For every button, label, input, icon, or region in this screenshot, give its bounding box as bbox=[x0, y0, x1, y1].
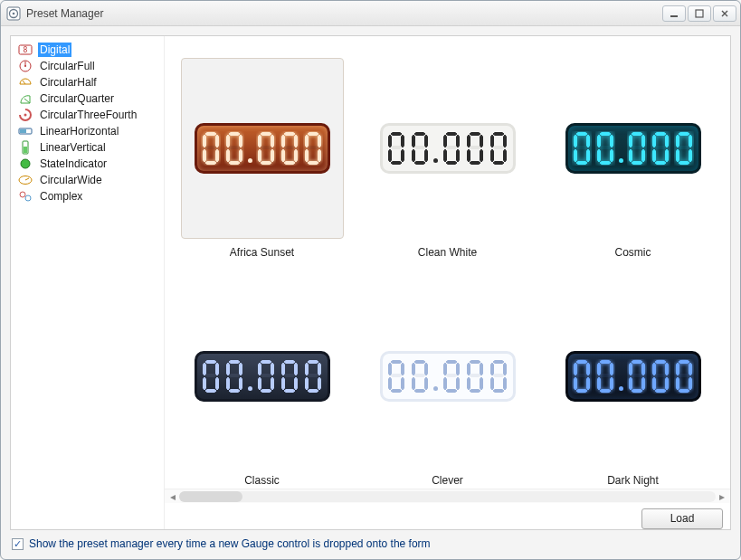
svg-marker-111 bbox=[655, 162, 666, 165]
sidebar-item-circularfull[interactable]: CircularFull bbox=[14, 58, 160, 74]
scroll-track[interactable] bbox=[179, 491, 716, 502]
svg-marker-37 bbox=[271, 135, 274, 147]
svg-marker-58 bbox=[402, 135, 404, 147]
preset-cell[interactable]: Classic bbox=[174, 286, 350, 487]
svg-marker-211 bbox=[630, 377, 632, 390]
preset-cell[interactable]: Dark Night bbox=[545, 286, 721, 487]
sidebar-item-circularhalf[interactable]: CircularHalf bbox=[14, 74, 160, 90]
preset-caption: Classic bbox=[244, 474, 280, 487]
svg-marker-104 bbox=[632, 162, 642, 165]
digital-gauge-preview bbox=[380, 123, 516, 174]
main-pane: 8DigitalCircularFullCircularHalfCircular… bbox=[10, 35, 731, 530]
svg-text:8: 8 bbox=[24, 46, 28, 54]
svg-marker-22 bbox=[204, 149, 206, 162]
scroll-left-icon[interactable]: ◂ bbox=[166, 490, 179, 503]
svg-marker-161 bbox=[389, 363, 392, 375]
sidebar-item-linearvertical[interactable]: LinearVertical bbox=[14, 139, 160, 156]
svg-marker-183 bbox=[468, 377, 470, 390]
svg-marker-50 bbox=[306, 149, 309, 162]
svg-marker-227 bbox=[689, 377, 692, 390]
svg-marker-158 bbox=[391, 375, 402, 377]
svg-marker-25 bbox=[229, 147, 240, 149]
preset-cell[interactable]: Cosmic bbox=[545, 58, 721, 259]
scroll-right-icon[interactable]: ▸ bbox=[716, 490, 728, 503]
preset-thumb[interactable] bbox=[366, 58, 529, 239]
preset-thumb[interactable] bbox=[552, 286, 715, 467]
svg-marker-159 bbox=[391, 361, 402, 364]
svg-marker-153 bbox=[308, 390, 318, 393]
svg-marker-180 bbox=[470, 361, 480, 364]
circ-quarter-icon bbox=[18, 91, 33, 106]
svg-marker-74 bbox=[470, 147, 480, 149]
svg-marker-129 bbox=[216, 377, 219, 390]
preset-thumb[interactable] bbox=[552, 58, 715, 239]
complex-icon bbox=[18, 189, 33, 204]
load-button[interactable]: Load bbox=[641, 508, 723, 529]
svg-marker-100 bbox=[611, 135, 613, 147]
decimal-dot bbox=[619, 158, 623, 163]
preset-thumb[interactable] bbox=[181, 286, 344, 467]
svg-marker-191 bbox=[504, 363, 507, 375]
preset-thumb[interactable] bbox=[366, 286, 529, 467]
digit-zero bbox=[303, 131, 323, 166]
svg-marker-112 bbox=[653, 135, 656, 147]
digit-zero bbox=[674, 131, 694, 166]
sidebar-item-circularthreefourth[interactable]: CircularThreeFourth bbox=[14, 107, 160, 123]
preset-thumb[interactable] bbox=[181, 58, 344, 239]
gallery-hscrollbar[interactable]: ◂ ▸ bbox=[165, 489, 730, 503]
svg-marker-141 bbox=[259, 377, 261, 390]
minimize-button[interactable] bbox=[662, 5, 686, 22]
svg-marker-63 bbox=[413, 135, 415, 147]
decimal-dot bbox=[248, 158, 252, 163]
client-area: 8DigitalCircularFullCircularHalfCircular… bbox=[1, 26, 740, 559]
sidebar-item-stateindicator[interactable]: StateIndicator bbox=[14, 156, 160, 172]
svg-marker-110 bbox=[655, 133, 666, 136]
maximize-button[interactable] bbox=[688, 5, 711, 22]
sidebar-item-label: LinearHorizontal bbox=[38, 124, 120, 138]
svg-marker-204 bbox=[598, 377, 601, 390]
svg-marker-36 bbox=[259, 149, 261, 162]
button-row: Load bbox=[165, 503, 730, 529]
sidebar-item-label: LinearVertical bbox=[38, 140, 108, 155]
preset-cell[interactable]: Clean White bbox=[359, 58, 536, 259]
svg-marker-49 bbox=[306, 135, 309, 147]
svg-marker-198 bbox=[587, 363, 590, 375]
digit-zero bbox=[410, 359, 430, 394]
digit-zero bbox=[595, 131, 615, 166]
svg-marker-155 bbox=[306, 377, 309, 390]
digit-zero bbox=[256, 359, 276, 394]
preset-cell[interactable]: Africa Sunset bbox=[174, 58, 350, 259]
svg-marker-94 bbox=[587, 149, 590, 162]
sidebar-item-label: CircularQuarter bbox=[38, 91, 116, 106]
svg-marker-214 bbox=[655, 375, 666, 377]
close-button[interactable] bbox=[713, 5, 736, 22]
svg-marker-122 bbox=[689, 149, 692, 162]
svg-marker-221 bbox=[679, 375, 689, 377]
sidebar-item-complex[interactable]: Complex bbox=[14, 188, 160, 204]
scroll-thumb[interactable] bbox=[179, 491, 242, 502]
svg-marker-139 bbox=[261, 390, 271, 393]
svg-marker-196 bbox=[575, 363, 577, 375]
category-sidebar: 8DigitalCircularFullCircularHalfCircular… bbox=[11, 36, 165, 529]
svg-marker-193 bbox=[576, 375, 587, 377]
svg-marker-166 bbox=[414, 361, 425, 364]
svg-marker-188 bbox=[493, 390, 504, 393]
sidebar-item-circularwide[interactable]: CircularWide bbox=[14, 172, 160, 188]
svg-marker-215 bbox=[655, 361, 666, 364]
sidebar-item-linearhorizontal[interactable]: LinearHorizontal bbox=[14, 123, 160, 139]
svg-marker-118 bbox=[679, 162, 689, 165]
svg-marker-20 bbox=[205, 162, 216, 165]
svg-marker-99 bbox=[598, 149, 601, 162]
svg-marker-35 bbox=[259, 135, 261, 147]
svg-marker-124 bbox=[205, 361, 216, 364]
sidebar-item-digital[interactable]: 8Digital bbox=[14, 42, 160, 58]
digit-zero bbox=[465, 131, 485, 166]
sidebar-item-circularquarter[interactable]: CircularQuarter bbox=[14, 90, 160, 107]
svg-marker-152 bbox=[308, 361, 318, 364]
digital-gauge-preview bbox=[195, 123, 330, 174]
svg-marker-216 bbox=[655, 390, 666, 393]
show-on-drop-checkbox[interactable] bbox=[12, 538, 24, 550]
preset-cell[interactable]: Clever bbox=[359, 286, 536, 487]
circ-wide-icon bbox=[18, 173, 33, 187]
svg-marker-203 bbox=[598, 363, 601, 375]
